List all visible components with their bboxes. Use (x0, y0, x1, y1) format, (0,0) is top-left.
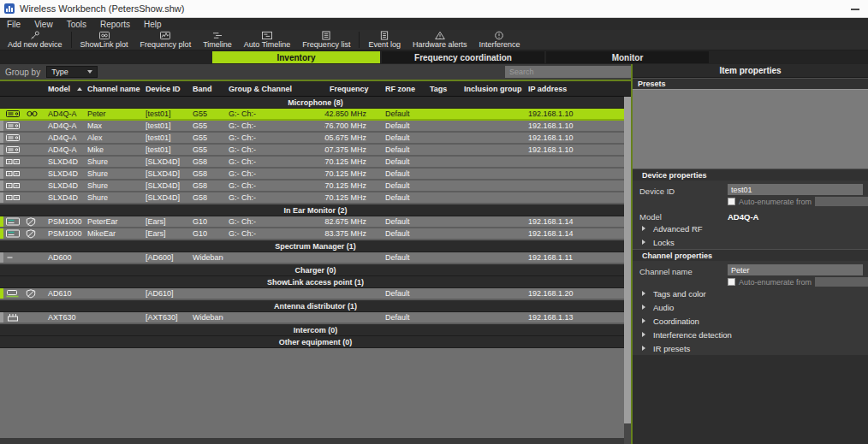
column-header[interactable]: Tags (425, 81, 459, 96)
section-header[interactable]: Other equipment (0) (0, 336, 631, 348)
table-row[interactable]: AD610[AD610]Default192.168.1.20 (0, 288, 631, 300)
section-header[interactable]: Antenna distributor (1) (0, 300, 631, 312)
section-header[interactable]: Microphone (8) (0, 97, 631, 109)
tab-monitor[interactable]: Monitor (546, 51, 709, 63)
menu-view[interactable]: View (27, 18, 60, 30)
column-header[interactable]: Frequency (324, 81, 380, 96)
channel-auto-enumerate-input[interactable] (815, 277, 868, 287)
cell-inclusion-group (459, 121, 523, 131)
access-point-icon (6, 289, 21, 298)
expander-coordination[interactable]: Coordination (633, 314, 868, 328)
add-new-device-button[interactable]: Add new device (2, 30, 68, 50)
device-properties-header[interactable]: Device properties (633, 169, 868, 181)
auto-timeline-button[interactable]: Auto Timeline (238, 30, 297, 50)
cell-tags (425, 252, 459, 263)
column-header-label: Channel name (87, 85, 140, 93)
table-row[interactable]: AXT630[AXT630]WidebandDefault192.168.1.1… (0, 312, 631, 324)
menu-file[interactable]: File (0, 18, 27, 30)
channel-properties-header[interactable]: Channel properties (633, 249, 868, 261)
table-row[interactable]: AD600[AD600]WidebandDefault192.168.1.11 (0, 252, 631, 264)
expander-ir-presets[interactable]: IR presets (633, 341, 868, 355)
device-auto-enumerate-input[interactable] (815, 197, 868, 206)
cell-ip: 192.168.1.10 (523, 109, 631, 119)
inventory-table-body: Microphone (8)AD4Q-APeter[test01]G55G:- … (0, 97, 631, 348)
warning-triangle-icon (434, 31, 446, 40)
channel-name-input[interactable] (728, 264, 863, 275)
row-icon-cell (0, 216, 43, 227)
table-row[interactable]: PSM1000MikeEar[Ears]G10G:- Ch:-483.375 M… (0, 228, 631, 240)
section-header[interactable]: Charger (0) (0, 264, 631, 276)
menu-help[interactable]: Help (137, 18, 169, 30)
column-header[interactable]: Model (43, 81, 82, 96)
menu-bar: File View Tools Reports Help (0, 18, 868, 30)
cell-band: Wideband (187, 312, 223, 323)
column-header[interactable]: RF zone (380, 81, 425, 96)
column-header-label: Tags (430, 85, 447, 93)
event-log-button[interactable]: Event log (362, 30, 407, 50)
column-header[interactable]: IP address (523, 81, 631, 96)
dual-receiver-icon (6, 181, 21, 190)
expander-arrow-icon (642, 332, 645, 337)
cell-rf-zone: Default (380, 133, 425, 143)
cell-group-channel: G:- Ch:- (223, 228, 324, 239)
table-row[interactable]: AD4Q-AMax[test01]G55G:- Ch:-576.700 MHzD… (0, 121, 631, 133)
timeline-button[interactable]: Timeline (197, 30, 238, 50)
cell-frequency: 470.125 MHz (324, 192, 380, 203)
column-header[interactable]: Device ID (140, 81, 187, 96)
workspace-tabs: Inventory Frequency coordination Monitor (0, 50, 868, 64)
column-header[interactable] (0, 81, 43, 96)
cell-tags (425, 169, 459, 179)
tab-inventory[interactable]: Inventory (212, 51, 380, 63)
column-header[interactable]: Inclusion group (459, 81, 523, 96)
table-row[interactable]: SLXD4DShure[SLXD4D]G58G:- Ch:-470.125 MH… (0, 169, 631, 181)
section-header[interactable]: Spectrum Manager (1) (0, 240, 631, 252)
scrollbar-thumb[interactable] (624, 97, 631, 423)
receiver-icon (6, 110, 21, 118)
table-row[interactable]: PSM1000PeterEar[Ears]G10G:- Ch:-482.675 … (0, 216, 631, 228)
minimize-button[interactable] (851, 9, 859, 10)
expander-advanced-rf[interactable]: Advanced RF (633, 222, 868, 235)
section-header[interactable]: ShowLink access point (1) (0, 276, 631, 288)
column-header[interactable]: Group & Channel (223, 81, 324, 96)
menu-tools[interactable]: Tools (60, 18, 93, 30)
table-row[interactable]: SLXD4DShure[SLXD4D]G58G:- Ch:-470.125 MH… (0, 192, 631, 204)
device-auto-enumerate-checkbox[interactable] (728, 198, 735, 205)
cell-band: G58 (187, 192, 223, 203)
row-icon-cell (0, 252, 43, 263)
group-by-dropdown[interactable]: Type (46, 66, 98, 78)
hardware-alerts-button[interactable]: Hardware alerts (407, 30, 473, 50)
interference-button[interactable]: Interference (473, 30, 526, 50)
section-header[interactable]: Intercom (0) (0, 324, 631, 336)
menu-reports[interactable]: Reports (93, 18, 137, 30)
row-icon-cell (0, 169, 43, 179)
tab-frequency-coordination[interactable]: Frequency coordination (382, 51, 544, 63)
row-status-indicator (0, 288, 3, 299)
expander-audio[interactable]: Audio (633, 300, 868, 314)
row-icon-cell (0, 157, 43, 167)
table-row[interactable]: SLXD4DShure[SLXD4D]G58G:- Ch:-470.125 MH… (0, 181, 631, 192)
device-id-input[interactable] (728, 184, 863, 195)
showlink-plot-button[interactable]: ShowLink plot (74, 30, 134, 50)
device-auto-enumerate-label: Auto-enumerate from (739, 198, 812, 206)
vertical-scrollbar[interactable] (624, 97, 631, 444)
table-bottom-edge (0, 438, 631, 444)
row-icon-cell (0, 181, 43, 191)
table-row[interactable]: AD4Q-AMike[test01]G55G:- Ch:-607.375 MHz… (0, 145, 631, 157)
presets-section-header[interactable]: Presets (633, 78, 868, 89)
expander-locks[interactable]: Locks (633, 235, 868, 249)
column-header[interactable]: Channel name (82, 81, 140, 96)
table-row[interactable]: AD4Q-AAlex[test01]G55G:- Ch:-605.675 MHz… (0, 133, 631, 145)
table-row[interactable]: SLXD4DShure[SLXD4D]G58G:- Ch:-470.125 MH… (0, 157, 631, 169)
search-input[interactable] (505, 66, 631, 78)
cell-channel-name: PeterEar (82, 216, 140, 227)
frequency-plot-button[interactable]: Frequency plot (134, 30, 198, 50)
expander-interference-detection[interactable]: Interference detection (633, 328, 868, 341)
section-header[interactable]: In Ear Monitor (2) (0, 204, 631, 216)
frequency-list-button[interactable]: Frequency list (296, 30, 356, 50)
table-row[interactable]: AD4Q-APeter[test01]G55G:- Ch:-542.850 MH… (0, 109, 631, 121)
expander-tags-and-color[interactable]: Tags and color (633, 287, 868, 300)
channel-auto-enumerate-checkbox[interactable] (728, 278, 735, 286)
cell-inclusion-group (459, 192, 523, 203)
receiver-icon (6, 121, 21, 130)
column-header[interactable]: Band (187, 81, 223, 96)
